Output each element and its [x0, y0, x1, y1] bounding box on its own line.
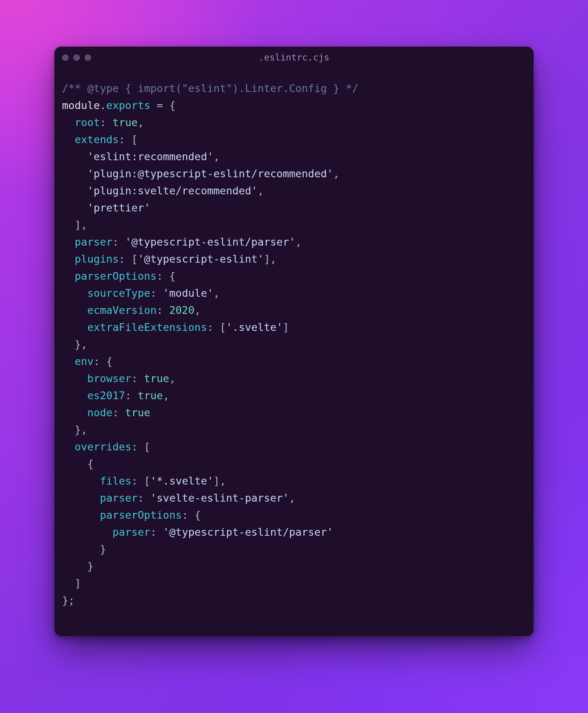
code-token: '.svelte': [226, 321, 283, 333]
code-window: .eslintrc.cjs /** @type { import("eslint…: [54, 47, 534, 636]
code-token: ,: [213, 287, 220, 299]
code-token: [62, 543, 100, 555]
code-token: [62, 577, 75, 589]
code-token: : [: [119, 133, 138, 145]
code-token: files: [100, 475, 131, 487]
code-token: [62, 424, 75, 436]
code-token: ,: [333, 168, 339, 180]
code-token: plugins: [75, 253, 119, 265]
code-token: env: [75, 355, 94, 367]
code-token: 'plugin:svelte/recommended': [87, 185, 258, 197]
code-token: :: [131, 372, 144, 384]
code-token: extraFileExtensions: [87, 321, 207, 333]
code-token: '@typescript-eslint': [138, 253, 264, 265]
code-token: [62, 338, 75, 350]
code-token: [62, 389, 87, 401]
code-token: [62, 168, 87, 180]
code-token: [62, 355, 75, 367]
code-token: 'prettier': [87, 202, 150, 214]
code-token: [62, 492, 100, 504]
code-token: [62, 151, 87, 163]
code-token: true: [112, 116, 138, 128]
code-token: [62, 560, 87, 572]
window-title: .eslintrc.cjs: [54, 52, 534, 62]
code-token: true: [138, 389, 163, 401]
code-token: [62, 509, 100, 521]
code-token: [62, 321, 87, 333]
code-token: ,: [289, 492, 295, 504]
code-token: ecmaVersion: [87, 304, 157, 316]
code-token: ,: [258, 185, 264, 197]
code-token: ,: [163, 389, 169, 401]
code-token: ]: [75, 577, 81, 589]
code-token: exports: [106, 99, 150, 111]
code-token: [62, 133, 75, 145]
code-token: [62, 372, 87, 384]
code-block: /** @type { import("eslint").Linter.Conf…: [62, 80, 526, 609]
code-token: overrides: [75, 441, 131, 453]
code-token: root: [75, 116, 100, 128]
code-token: };: [62, 594, 75, 606]
code-token: },: [75, 338, 88, 350]
code-token: [62, 202, 87, 214]
code-token: [62, 458, 87, 470]
code-token: :: [112, 236, 125, 248]
code-token: 'eslint:recommended': [87, 151, 213, 163]
code-token: }: [100, 543, 106, 555]
code-token: [62, 441, 75, 453]
minimize-icon[interactable]: [73, 54, 80, 61]
code-token: ,: [169, 372, 175, 384]
code-token: parserOptions: [100, 509, 182, 521]
code-token: 'svelte-eslint-parser': [150, 492, 289, 504]
code-token: parserOptions: [75, 270, 157, 282]
code-token: : [: [119, 253, 138, 265]
code-token: '*.svelte': [150, 475, 214, 487]
code-token: [62, 475, 100, 487]
code-token: '@typescript-eslint/parser': [125, 236, 296, 248]
code-token: : {: [93, 355, 112, 367]
code-token: [150, 99, 157, 111]
code-token: [62, 270, 75, 282]
code-token: ],: [75, 219, 88, 231]
code-token: module: [62, 99, 100, 111]
code-token: {: [169, 99, 175, 111]
code-token: {: [87, 458, 93, 470]
code-token: parser: [75, 236, 113, 248]
code-token: :: [112, 407, 125, 419]
code-token: [163, 99, 169, 111]
code-token: [62, 407, 87, 419]
code-token: : [: [131, 475, 150, 487]
code-token: /** @type { import("eslint").Linter.Conf…: [62, 82, 358, 94]
code-token: 'module': [163, 287, 213, 299]
maximize-icon[interactable]: [85, 54, 91, 61]
code-token: 'plugin:@typescript-eslint/recommended': [87, 168, 333, 180]
code-token: : [: [131, 441, 150, 453]
code-token: :: [125, 389, 138, 401]
code-token: ],: [264, 253, 277, 265]
code-token: : {: [157, 270, 176, 282]
traffic-lights: [62, 54, 91, 61]
window-titlebar: .eslintrc.cjs: [54, 47, 534, 68]
code-token: },: [75, 424, 88, 436]
code-token: =: [157, 99, 163, 111]
code-token: :: [150, 287, 163, 299]
code-token: ,: [194, 304, 201, 316]
code-token: 2020: [169, 304, 194, 316]
code-token: [62, 253, 75, 265]
code-token: parser: [112, 526, 150, 538]
code-token: :: [157, 304, 169, 316]
code-token: [62, 304, 87, 316]
code-token: true: [144, 372, 169, 384]
code-token: browser: [87, 372, 131, 384]
code-token: : {: [182, 509, 201, 521]
close-icon[interactable]: [62, 54, 69, 61]
code-area: /** @type { import("eslint").Linter.Conf…: [54, 68, 534, 636]
code-token: [62, 219, 75, 231]
code-token: ,: [138, 116, 144, 128]
code-token: ,: [213, 151, 220, 163]
code-token: parser: [100, 492, 138, 504]
code-token: node: [87, 407, 112, 419]
code-token: :: [150, 526, 163, 538]
code-token: true: [125, 407, 150, 419]
code-token: ]: [283, 321, 289, 333]
